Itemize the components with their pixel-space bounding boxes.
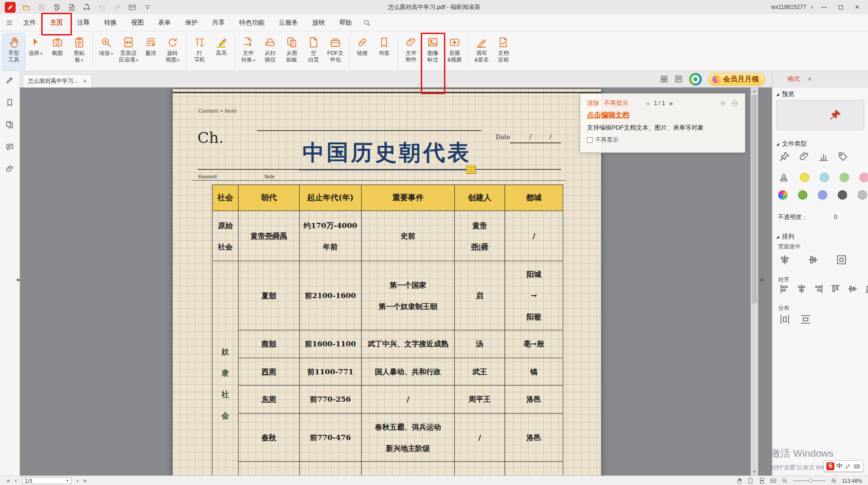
graph-type-button[interactable] bbox=[818, 151, 829, 162]
mail-button[interactable] bbox=[128, 3, 136, 11]
meeting-badge-icon[interactable] bbox=[689, 73, 702, 86]
menu-item-放映[interactable]: 放映 bbox=[305, 14, 332, 31]
sidebar-annotate-pencil-button[interactable] bbox=[4, 74, 16, 86]
ribbon-tool-paste-page[interactable]: 从剪 贴板 bbox=[281, 34, 303, 70]
popup-next-icon[interactable]: ▶ bbox=[670, 101, 673, 106]
view-mode-single-page-button[interactable] bbox=[747, 476, 754, 485]
zoom-slider-thumb[interactable] bbox=[808, 478, 813, 483]
undo-button[interactable] bbox=[98, 3, 106, 11]
align-left-button[interactable] bbox=[779, 283, 790, 294]
cell-dynasty[interactable]: 西周 bbox=[239, 358, 300, 386]
filetype-section-header[interactable]: ◢ 文件类型 bbox=[776, 140, 806, 148]
search-icon[interactable] bbox=[363, 18, 371, 27]
cell-dynasty[interactable]: 黄帝尧舜禹 bbox=[239, 211, 300, 261]
center-v-button[interactable] bbox=[807, 254, 819, 265]
ribbon-tool-reflow[interactable]: 重排 bbox=[140, 34, 162, 70]
print-button[interactable] bbox=[53, 3, 61, 11]
align-right-button[interactable] bbox=[813, 283, 824, 294]
export-page-button[interactable] bbox=[68, 3, 76, 11]
menu-item-转换[interactable]: 转换 bbox=[97, 14, 124, 31]
align-middle-button[interactable] bbox=[847, 283, 858, 294]
color-wheel-button[interactable] bbox=[778, 190, 788, 200]
edit-document-link[interactable]: 点击编辑文档 bbox=[587, 111, 738, 120]
ribbon-tool-scanner[interactable]: 从扫 描仪 bbox=[259, 34, 281, 70]
cell-founder[interactable]: 黄帝 尧|舜 bbox=[455, 211, 505, 261]
menu-item-共享[interactable]: 共享 bbox=[205, 14, 232, 31]
sidebar-page-thumbnails-button[interactable] bbox=[4, 118, 16, 131]
popup-clear-button[interactable]: 清除 bbox=[587, 99, 599, 107]
pushpin-type-button[interactable] bbox=[779, 151, 790, 162]
prev-page-button[interactable]: ‹ bbox=[12, 477, 19, 484]
first-page-button[interactable]: « bbox=[4, 477, 12, 484]
opacity-value[interactable]: 0 bbox=[834, 214, 837, 220]
align-top-button[interactable] bbox=[830, 283, 841, 294]
view-mode-continuous-page-button[interactable] bbox=[759, 476, 765, 485]
distribute-h-button[interactable] bbox=[779, 314, 790, 325]
cell-dynasty[interactable]: 夏朝 bbox=[239, 261, 300, 330]
color-swatch-abd08e[interactable] bbox=[840, 173, 849, 182]
ribbon-tool-convert[interactable]: 文件 转换▾ bbox=[238, 34, 259, 70]
menu-item-文件[interactable]: 文件 bbox=[16, 14, 43, 31]
menu-item-视图[interactable]: 视图 bbox=[124, 14, 151, 31]
ribbon-tool-typewriter[interactable]: 打 字机 bbox=[189, 34, 211, 70]
ribbon-tool-fit-page[interactable]: 页面适 应选项▾ bbox=[117, 34, 140, 70]
vertical-scrollbar[interactable]: ▲ ▼ bbox=[751, 88, 758, 476]
account-name[interactable]: wx118615277 bbox=[771, 4, 806, 10]
ribbon-tool-zoom[interactable]: 缩放▾ bbox=[95, 34, 117, 70]
tag-type-button[interactable] bbox=[837, 151, 849, 162]
ribbon-tool-hand[interactable]: 手型 工具 bbox=[3, 34, 25, 70]
sidebar-expand-icon[interactable]: ▶ bbox=[17, 277, 20, 282]
zoom-out-button[interactable] bbox=[781, 476, 788, 485]
menu-item-注释[interactable]: 注释 bbox=[70, 14, 97, 31]
arrange-section-header[interactable]: ◢ 排列 bbox=[776, 232, 794, 241]
customize-toolbar-button[interactable] bbox=[143, 3, 151, 11]
zoom-slider[interactable] bbox=[793, 480, 826, 481]
cell-dynasty[interactable]: 战国 bbox=[239, 462, 300, 476]
ribbon-tool-bookmark[interactable]: 书签 bbox=[373, 34, 395, 70]
ribbon-tool-link[interactable]: 链接 bbox=[352, 34, 373, 70]
ime-keyboard-icon[interactable] bbox=[853, 462, 860, 470]
color-swatch-7cb146[interactable] bbox=[798, 190, 807, 200]
tab-close-icon[interactable]: ✕ bbox=[83, 79, 87, 84]
ribbon-tool-clipboard[interactable]: 剪贴 板▾ bbox=[68, 34, 90, 70]
maximize-button[interactable] bbox=[834, 2, 847, 12]
cell-dynasty[interactable]: 商朝 bbox=[239, 330, 300, 358]
format-close-icon[interactable]: ✕ bbox=[807, 76, 812, 82]
paperclip-type-button[interactable] bbox=[798, 151, 810, 162]
popup-no-more-button[interactable]: 不再提示 bbox=[604, 99, 629, 107]
popup-collapse-icon[interactable] bbox=[731, 99, 738, 107]
ribbon-tool-highlight[interactable]: 高亮 bbox=[211, 34, 232, 70]
redo-button[interactable] bbox=[113, 3, 121, 11]
cell-dynasty[interactable]: 春秋 bbox=[239, 414, 300, 462]
sidebar-bookmark-button[interactable] bbox=[4, 96, 16, 108]
center-h-button[interactable] bbox=[779, 254, 790, 265]
account-chevron-icon[interactable]: ∨ bbox=[810, 5, 814, 9]
color-swatch-606060[interactable] bbox=[838, 190, 847, 200]
sticky-note-icon[interactable] bbox=[466, 166, 476, 174]
scroll-down-icon[interactable]: ▼ bbox=[751, 468, 758, 476]
open-folder-button[interactable] bbox=[22, 3, 30, 11]
cell-dynasty[interactable]: 东周 bbox=[239, 386, 300, 414]
zoom-in-button[interactable] bbox=[831, 476, 837, 485]
sidebar-attachment-button[interactable] bbox=[4, 163, 16, 175]
ribbon-tool-media[interactable]: 音频 &视频 bbox=[444, 34, 466, 70]
ribbon-tool-finalize[interactable]: 文档 定稿 bbox=[493, 34, 514, 70]
menu-item-表单[interactable]: 表单 bbox=[151, 14, 178, 31]
menu-item-保护[interactable]: 保护 bbox=[178, 14, 205, 31]
reading-mode-button[interactable] bbox=[674, 75, 683, 84]
scroll-up-icon[interactable]: ▲ bbox=[751, 88, 758, 95]
convert-page-button[interactable] bbox=[83, 3, 91, 11]
view-mode-fit-width-button[interactable] bbox=[770, 476, 777, 485]
document-tab[interactable]: 怎么面对高中学习... ✕ bbox=[23, 74, 92, 88]
color-swatch-93a2e8[interactable] bbox=[818, 190, 827, 200]
color-swatch-a6d9e9[interactable] bbox=[820, 173, 829, 182]
hamburger-menu-icon[interactable] bbox=[6, 18, 13, 27]
next-page-button[interactable]: › bbox=[74, 477, 81, 484]
distribute-v-button[interactable] bbox=[800, 314, 811, 325]
color-swatch-f2df4e[interactable] bbox=[800, 173, 809, 182]
ribbon-tool-blank-page[interactable]: 空 白页 bbox=[303, 34, 325, 70]
sogou-logo-icon[interactable]: S bbox=[826, 462, 834, 470]
document-viewport[interactable]: Content > Note Ch. 中国历史朝代表 Date / / Keyw… bbox=[20, 88, 772, 476]
dont-show-checkbox[interactable] bbox=[587, 137, 593, 143]
ribbon-tool-sign[interactable]: 填写 &签名 bbox=[471, 34, 493, 70]
